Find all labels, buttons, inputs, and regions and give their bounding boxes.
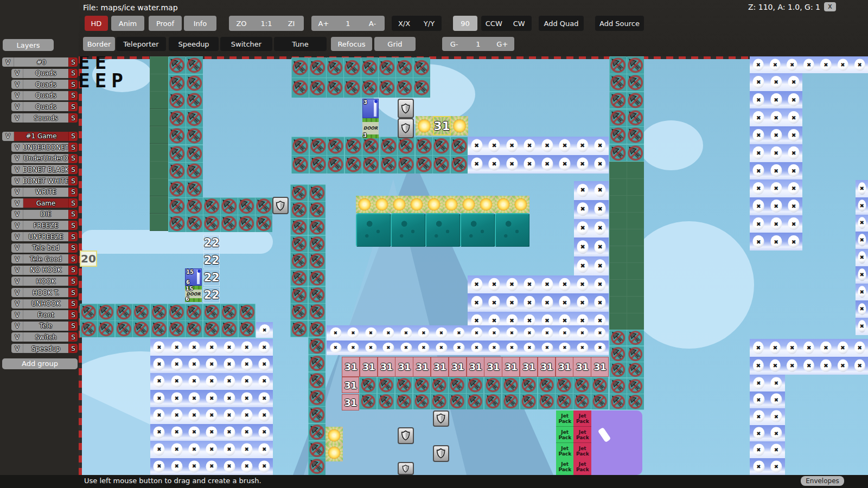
visibility-toggle[interactable]: V — [11, 188, 23, 197]
visibility-toggle[interactable]: V — [11, 254, 23, 264]
grid-button[interactable]: Grid — [374, 37, 416, 51]
zoom-group[interactable]: ZO1:1ZI — [229, 16, 304, 31]
shared-toggle[interactable]: S — [68, 254, 78, 264]
layer-row-underddnet[interactable]: VUNDERDDNETS — [11, 143, 78, 152]
layer-row-write[interactable]: VWRITES — [11, 188, 78, 197]
shared-toggle[interactable]: S — [68, 198, 78, 208]
shared-toggle[interactable]: S — [68, 80, 78, 89]
add-quad-button[interactable]: Add Quad — [539, 16, 584, 31]
shared-toggle[interactable]: S — [68, 232, 78, 241]
shared-toggle[interactable]: S — [68, 132, 78, 141]
layer-row-die[interactable]: VDIES — [11, 210, 78, 219]
rotate-group[interactable]: CCWCW — [481, 16, 532, 31]
shared-toggle[interactable]: S — [68, 344, 78, 353]
layer-row-sounds[interactable]: VSoundsS — [11, 113, 78, 123]
layer-row-tele-good[interactable]: VTele GoodS — [11, 254, 78, 264]
shared-toggle[interactable]: S — [68, 102, 78, 111]
shared-toggle[interactable]: S — [68, 310, 78, 319]
layer-row-tele[interactable]: VTeleS — [11, 322, 78, 331]
visibility-toggle[interactable]: V — [11, 113, 23, 123]
visibility-toggle[interactable]: V — [11, 80, 23, 89]
shared-toggle[interactable]: S — [68, 221, 78, 230]
layer-row-freeze[interactable]: VFREEZES — [11, 221, 78, 230]
layers-header-button[interactable]: Layers — [3, 39, 54, 51]
close-button[interactable]: X — [824, 2, 836, 11]
visibility-toggle[interactable]: V — [11, 102, 23, 111]
layer-row-hook[interactable]: VHOOKS — [11, 277, 78, 286]
shared-toggle[interactable]: S — [68, 91, 78, 100]
info-button[interactable]: Info — [184, 16, 216, 31]
shared-toggle[interactable]: S — [68, 188, 78, 197]
layer-row-tele-bad[interactable]: VTele badS — [11, 243, 78, 253]
layer-row-ddnet-white[interactable]: VDDNET WHITES — [11, 176, 78, 185]
visibility-toggle[interactable]: V — [11, 232, 23, 241]
anim-button[interactable]: Anim — [111, 16, 144, 31]
border-button[interactable]: Border — [83, 37, 115, 51]
visibility-toggle[interactable]: V — [11, 154, 23, 163]
visibility-toggle[interactable]: V — [11, 165, 23, 174]
layer-row-quads[interactable]: VQuadsS — [11, 91, 78, 100]
shared-toggle[interactable]: S — [68, 299, 78, 309]
refocus-button[interactable]: Refocus — [331, 37, 372, 51]
visibility-toggle[interactable]: V — [11, 299, 23, 309]
visibility-toggle[interactable]: V — [11, 332, 23, 342]
layer-row-no-hook[interactable]: VNO HOOKS — [11, 266, 78, 275]
anim-speed-group[interactable]: A+1A- — [311, 16, 385, 31]
visibility-toggle[interactable]: V — [11, 143, 23, 152]
shared-toggle[interactable]: S — [68, 176, 78, 185]
shared-toggle[interactable]: S — [68, 57, 78, 67]
shared-toggle[interactable]: S — [68, 210, 78, 219]
visibility-toggle[interactable]: V — [11, 198, 23, 208]
visibility-toggle[interactable]: V — [11, 266, 23, 275]
shared-toggle[interactable]: S — [68, 322, 78, 331]
visibility-toggle[interactable]: V — [11, 176, 23, 185]
layer-row-unhook[interactable]: VUNHOOKS — [11, 299, 78, 309]
flip-group[interactable]: X/XY/Y — [392, 16, 442, 31]
shared-toggle[interactable]: S — [68, 143, 78, 152]
shared-toggle[interactable]: S — [68, 277, 78, 286]
switcher-button[interactable]: Switcher — [220, 37, 272, 51]
layer-row-hook-t-[interactable]: VHOOK T.S — [11, 288, 78, 297]
layer-row-front[interactable]: VFrontS — [11, 310, 78, 319]
shared-toggle[interactable]: S — [68, 113, 78, 123]
add-group-button[interactable]: Add group — [2, 358, 78, 369]
rotate-90-button[interactable]: 90 — [453, 16, 477, 31]
layer-row-underunderd[interactable]: VUnderUnderDS — [11, 154, 78, 163]
visibility-toggle[interactable]: V — [11, 69, 23, 78]
visibility-toggle[interactable]: V — [11, 344, 23, 353]
layer-row-game[interactable]: VGameS — [11, 198, 78, 208]
shared-toggle[interactable]: S — [68, 154, 78, 163]
layer-row-quads[interactable]: VQuadsS — [11, 102, 78, 111]
proof-button[interactable]: Proof — [149, 16, 182, 31]
layer-row--0[interactable]: V#0S — [2, 57, 78, 67]
visibility-toggle[interactable]: V — [2, 132, 14, 141]
hd-button[interactable]: HD — [85, 16, 108, 31]
layer-row-quads[interactable]: VQuadsS — [11, 80, 78, 89]
visibility-toggle[interactable]: V — [11, 243, 23, 253]
shared-toggle[interactable]: S — [68, 332, 78, 342]
grid-size-group[interactable]: G-1G+ — [442, 37, 514, 51]
shared-toggle[interactable]: S — [68, 69, 78, 78]
visibility-toggle[interactable]: V — [11, 91, 23, 100]
shared-toggle[interactable]: S — [68, 243, 78, 253]
layer-row-unfreeze[interactable]: VUNFREEZES — [11, 232, 78, 241]
add-source-button[interactable]: Add Source — [595, 16, 644, 31]
tune-button[interactable]: Tune — [274, 37, 327, 51]
layer-row-speedup[interactable]: VSpeedupS — [11, 344, 78, 353]
visibility-toggle[interactable]: V — [11, 277, 23, 286]
layer-row-quads[interactable]: VQuadsS — [11, 69, 78, 78]
map-canvas[interactable]: EEEEP✖✖✖✖✖✖✖✖✖✖✖✖✖✖✖✖✖✖✖✖✖✖✖✖✖✖✖✖✖✖✖✖✖✖✖… — [0, 0, 868, 488]
envelopes-button[interactable]: Envelopes — [801, 476, 844, 486]
layer-row-ddnet-black[interactable]: VDDNET BLACKS — [11, 165, 78, 174]
layer-row-switch[interactable]: VSwitchS — [11, 332, 78, 342]
visibility-toggle[interactable]: V — [2, 57, 14, 67]
layer-row--1-game[interactable]: V#1 GameS — [2, 132, 78, 141]
teleporter-button[interactable]: Teleporter — [116, 37, 166, 51]
visibility-toggle[interactable]: V — [11, 322, 23, 331]
visibility-toggle[interactable]: V — [11, 221, 23, 230]
speedup-button[interactable]: Speedup — [169, 37, 219, 51]
shared-toggle[interactable]: S — [68, 266, 78, 275]
visibility-toggle[interactable]: V — [11, 210, 23, 219]
visibility-toggle[interactable]: V — [11, 310, 23, 319]
shared-toggle[interactable]: S — [68, 288, 78, 297]
